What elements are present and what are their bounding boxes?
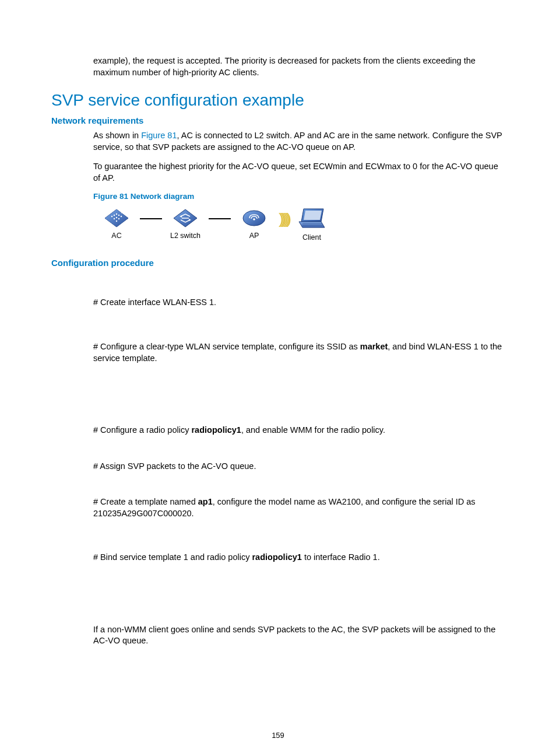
heading-configuration-procedure: Configuration procedure	[51, 258, 505, 268]
svg-point-10	[116, 220, 117, 222]
link-line	[209, 218, 231, 219]
paragraph-network-2: To guarantee the highest priority for th…	[93, 161, 505, 184]
svg-point-2	[111, 216, 112, 217]
text: # Configure a radio policy	[93, 425, 191, 435]
svg-point-14	[243, 211, 265, 226]
laptop-icon	[295, 206, 328, 230]
svg-marker-17	[304, 211, 322, 220]
client-label: Client	[302, 233, 321, 242]
intro-paragraph: example), the request is accepted. The p…	[93, 55, 505, 78]
link-line	[140, 218, 162, 219]
node-ac: AC	[93, 208, 140, 240]
svg-point-5	[118, 215, 119, 216]
ap-icon	[241, 208, 267, 228]
ac-label: AC	[111, 232, 121, 240]
text: , and enable WMM for the radio policy.	[241, 425, 385, 435]
network-diagram: AC L2 switch AP ))))))	[93, 206, 505, 242]
heading-network-requirements: Network requirements	[51, 116, 505, 125]
node-l2-switch: L2 switch	[162, 208, 209, 240]
ac-icon	[104, 208, 129, 228]
bold-radiopolicy1-2: radiopolicy1	[252, 552, 301, 562]
svg-point-6	[121, 216, 122, 217]
text: # Configure a clear-type WLAN service te…	[93, 342, 360, 351]
svg-point-7	[114, 218, 115, 219]
svg-point-9	[118, 218, 119, 219]
bold-market: market	[360, 342, 388, 351]
text: # Bind service template 1 and radio poli…	[93, 552, 252, 562]
bold-ap1: ap1	[198, 497, 213, 506]
node-client: Client	[291, 206, 332, 242]
text: # Create a template named	[93, 497, 198, 506]
bold-radiopolicy1: radiopolicy1	[191, 425, 241, 435]
page-title: SVP service configuration example	[51, 91, 505, 110]
step-1: # Create interface WLAN-ESS 1.	[93, 297, 505, 309]
figure-link[interactable]: Figure 81	[141, 131, 177, 140]
switch-icon	[173, 208, 198, 228]
svg-marker-18	[299, 222, 325, 228]
step-3: # Configure a radio policy radiopolicy1,…	[93, 425, 505, 436]
wireless-waves-icon: ))))))	[279, 210, 288, 228]
step-4: # Assign SVP packets to the AC-VO queue.	[93, 461, 505, 473]
l2-label: L2 switch	[170, 232, 200, 240]
ap-label: AP	[249, 232, 259, 240]
svg-point-8	[116, 217, 117, 218]
svg-point-15	[253, 219, 255, 221]
step-2: # Configure a clear-type WLAN service te…	[93, 341, 505, 364]
footnote-paragraph: If a non-WMM client goes online and send…	[93, 624, 505, 647]
page: example), the request is accepted. The p…	[0, 0, 556, 756]
step-6: # Bind service template 1 and radio poli…	[93, 552, 505, 564]
paragraph-network-1: As shown in Figure 81, AC is connected t…	[93, 130, 505, 153]
node-ap: AP	[231, 208, 277, 240]
svg-point-3	[114, 215, 115, 216]
svg-point-4	[116, 214, 117, 215]
step-5: # Create a template named ap1, configure…	[93, 496, 505, 519]
text: to interface Radio 1.	[302, 552, 380, 562]
figure-caption: Figure 81 Network diagram	[93, 192, 505, 201]
text: As shown in	[93, 131, 141, 140]
page-number: 159	[0, 731, 556, 740]
